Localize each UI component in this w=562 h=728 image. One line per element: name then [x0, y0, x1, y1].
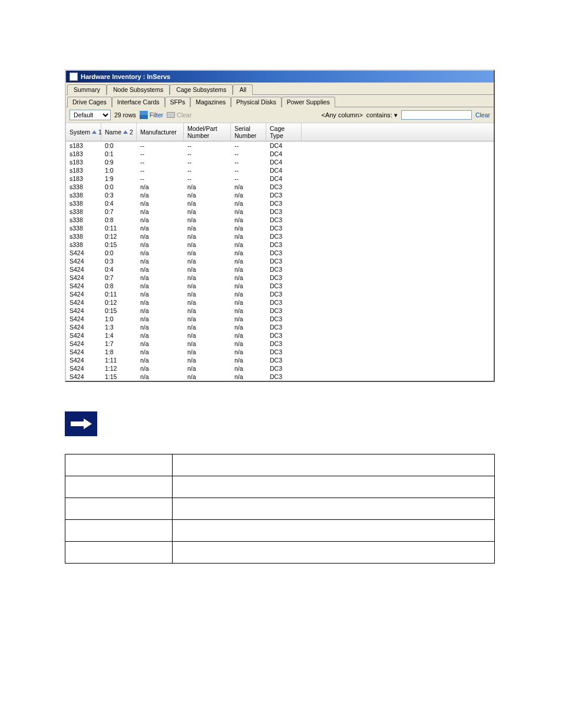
cell: S424 — [66, 348, 101, 356]
clear-button[interactable]: Clear — [167, 111, 191, 118]
subtab-sfps[interactable]: SFPs — [165, 97, 191, 107]
col-model-part[interactable]: Model/Part Number — [184, 123, 231, 141]
table-row[interactable]: S4240:8n/an/an/aDC3 — [66, 282, 494, 290]
table-row[interactable]: S4241:3n/an/an/aDC3 — [66, 323, 494, 331]
cell: DC3 — [266, 249, 302, 257]
cell: DC3 — [266, 373, 302, 381]
table-row[interactable]: S4241:7n/an/an/aDC3 — [66, 340, 494, 348]
filter-input[interactable] — [401, 110, 472, 120]
cell: DC3 — [266, 265, 302, 274]
table-row[interactable]: S4240:3n/an/an/aDC3 — [66, 257, 494, 265]
table-row[interactable]: s3380:8n/an/an/aDC3 — [66, 216, 494, 224]
cell: s338 — [66, 232, 101, 241]
table-row[interactable]: S4240:7n/an/an/aDC3 — [66, 274, 494, 282]
table-row[interactable]: s1831:0------DC4 — [66, 166, 494, 174]
cell: 0:0 — [101, 249, 137, 257]
table-row[interactable]: s1830:0------DC4 — [66, 141, 494, 150]
cell: n/a — [137, 265, 184, 274]
cell: DC3 — [266, 207, 302, 216]
col-cage-type[interactable]: Cage Type — [266, 123, 302, 141]
col-name[interactable]: Name 2 — [101, 123, 137, 141]
table-row[interactable]: S4241:15n/an/an/aDC3 — [66, 373, 494, 381]
view-dropdown[interactable]: Default — [70, 110, 111, 120]
table-row[interactable]: s3380:15n/an/an/aDC3 — [66, 241, 494, 249]
cell: n/a — [137, 298, 184, 307]
cell: S424 — [66, 282, 101, 290]
desc-row — [65, 454, 495, 476]
table-row[interactable]: S4241:8n/an/an/aDC3 — [66, 348, 494, 356]
table-row[interactable]: s3380:12n/an/an/aDC3 — [66, 232, 494, 241]
cell: n/a — [184, 216, 231, 224]
cell: n/a — [231, 290, 266, 298]
eraser-icon — [167, 112, 175, 118]
subtab-physical-disks[interactable]: Physical Disks — [231, 97, 282, 107]
cell: DC4 — [266, 174, 302, 183]
cell: n/a — [137, 290, 184, 298]
window-icon — [70, 73, 78, 81]
cell: n/a — [184, 274, 231, 282]
clear-link[interactable]: Clear — [475, 111, 490, 118]
table-row[interactable]: S4241:4n/an/an/aDC3 — [66, 331, 494, 340]
table-row[interactable]: S4240:11n/an/an/aDC3 — [66, 290, 494, 298]
table-row[interactable]: S4240:15n/an/an/aDC3 — [66, 307, 494, 315]
tab-cage-subsystems[interactable]: Cage Subsystems — [170, 84, 233, 95]
cell: n/a — [137, 373, 184, 381]
cell: S424 — [66, 249, 101, 257]
table-row[interactable]: s3380:7n/an/an/aDC3 — [66, 207, 494, 216]
desc-row — [65, 542, 495, 564]
subtab-magazines[interactable]: Magazines — [190, 97, 231, 107]
cell: n/a — [184, 207, 231, 216]
cell: S424 — [66, 315, 101, 323]
cell: DC3 — [266, 183, 302, 191]
table-row[interactable]: s3380:0n/an/an/aDC3 — [66, 183, 494, 191]
subtab-interface-cards[interactable]: Interface Cards — [112, 97, 165, 107]
table-row[interactable]: S4240:12n/an/an/aDC3 — [66, 298, 494, 307]
filter-op-label[interactable]: contains: ▾ — [366, 111, 398, 119]
tab-summary[interactable]: Summary — [67, 84, 107, 95]
cell: s338 — [66, 183, 101, 191]
cell: S424 — [66, 290, 101, 298]
table-row[interactable]: S4240:0n/an/an/aDC3 — [66, 249, 494, 257]
cell: S424 — [66, 323, 101, 331]
table-row[interactable]: s3380:3n/an/an/aDC3 — [66, 191, 494, 199]
desc-text — [173, 454, 495, 476]
table-row[interactable]: s3380:4n/an/an/aDC3 — [66, 199, 494, 207]
tab-node-subsystems[interactable]: Node Subsystems — [107, 84, 170, 95]
cell: 1:15 — [101, 373, 137, 381]
cell: n/a — [231, 274, 266, 282]
cell: n/a — [137, 356, 184, 364]
cell: DC3 — [266, 290, 302, 298]
table-row[interactable]: s1831:9------DC4 — [66, 174, 494, 183]
svg-marker-0 — [71, 419, 92, 429]
tab-all[interactable]: All — [233, 84, 253, 95]
cell: 1:0 — [101, 166, 137, 174]
cell: s338 — [66, 207, 101, 216]
cell: S424 — [66, 274, 101, 282]
table-row[interactable]: S4241:12n/an/an/aDC3 — [66, 364, 494, 373]
cell: n/a — [184, 257, 231, 265]
cell: n/a — [231, 364, 266, 373]
table-row[interactable]: S4241:11n/an/an/aDC3 — [66, 356, 494, 364]
filter-button[interactable]: Filter — [140, 111, 163, 119]
cell: DC4 — [266, 166, 302, 174]
table-row[interactable]: s3380:11n/an/an/aDC3 — [66, 224, 494, 232]
table-row[interactable]: S4241:0n/an/an/aDC3 — [66, 315, 494, 323]
subtab-power-supplies[interactable]: Power Supplies — [282, 97, 335, 107]
col-serial[interactable]: Serial Number — [231, 123, 266, 141]
cell: n/a — [184, 356, 231, 364]
col-system[interactable]: System 1 — [66, 123, 101, 141]
col-manufacturer[interactable]: Manufacturer — [137, 123, 184, 141]
subtab-drive-cages[interactable]: Drive Cages — [67, 97, 112, 107]
table-row[interactable]: s1830:1------DC4 — [66, 150, 494, 158]
cell: 0:3 — [101, 257, 137, 265]
main-tabrow: Summary Node Subsystems Cage Subsystems … — [66, 83, 494, 95]
table-row[interactable]: S4240:4n/an/an/aDC3 — [66, 265, 494, 274]
cell: 1:0 — [101, 315, 137, 323]
cell: n/a — [137, 274, 184, 282]
cell: n/a — [184, 199, 231, 207]
cell: -- — [184, 150, 231, 158]
cell: n/a — [231, 241, 266, 249]
cell: n/a — [184, 290, 231, 298]
table-row[interactable]: s1830:9------DC4 — [66, 158, 494, 166]
cell: 0:15 — [101, 307, 137, 315]
